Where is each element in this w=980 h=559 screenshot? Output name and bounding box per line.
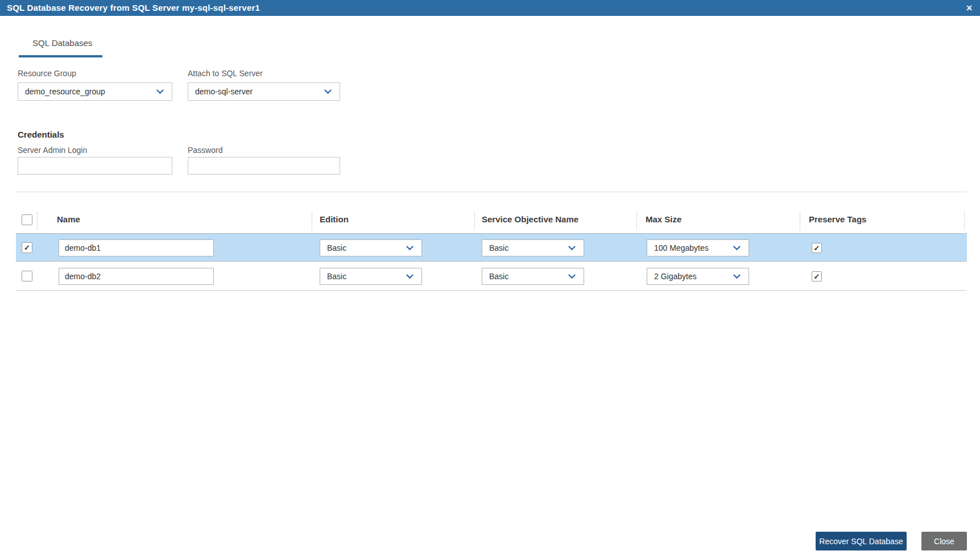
dialog-title: SQL Database Recovery from SQL Server my…: [7, 0, 260, 16]
column-header-name: Name: [57, 214, 80, 224]
column-header-service-objective: Service Objective Name: [482, 214, 578, 224]
preserve-tags-checkbox[interactable]: ✓: [812, 271, 822, 281]
max-size-value: 2 Gigabytes: [647, 272, 734, 281]
column-header-max-size: Max Size: [646, 214, 681, 224]
chevron-down-icon: [406, 243, 413, 250]
column-separator: [800, 212, 800, 230]
edition-select[interactable]: Basic: [320, 239, 422, 256]
password-input[interactable]: [188, 157, 340, 175]
service-objective-value: Basic: [482, 272, 569, 281]
check-icon: ✓: [812, 272, 821, 281]
chevron-down-icon: [733, 271, 741, 279]
dialog-titlebar: SQL Database Recovery from SQL Server my…: [0, 0, 980, 16]
close-icon[interactable]: ✕: [966, 0, 973, 16]
attach-server-select[interactable]: demo-sql-server: [188, 82, 340, 101]
chevron-down-icon: [733, 243, 741, 250]
attach-server-label: Attach to SQL Server: [188, 69, 263, 78]
check-icon: ✓: [812, 243, 821, 253]
server-admin-login-input[interactable]: [18, 157, 172, 175]
resource-group-value: demo_resource_group: [18, 87, 158, 96]
credentials-heading: Credentials: [18, 130, 64, 139]
recover-sql-database-button[interactable]: Recover SQL Database: [816, 532, 907, 550]
max-size-select[interactable]: 100 Megabytes: [647, 239, 749, 256]
column-header-preserve-tags: Preserve Tags: [809, 214, 866, 224]
tab-sql-databases[interactable]: SQL Databases: [32, 38, 92, 48]
max-size-value: 100 Megabytes: [647, 243, 734, 252]
resource-group-label: Resource Group: [18, 69, 76, 78]
service-objective-value: Basic: [482, 243, 569, 252]
chevron-down-icon: [324, 86, 332, 94]
chevron-down-icon: [568, 243, 576, 250]
active-tab-underline: [19, 55, 102, 57]
service-objective-select[interactable]: Basic: [482, 268, 584, 285]
attach-server-value: demo-sql-server: [188, 87, 325, 96]
resource-group-select[interactable]: demo_resource_group: [18, 82, 172, 101]
password-label: Password: [188, 146, 222, 155]
column-separator: [636, 212, 637, 230]
server-admin-login-label: Server Admin Login: [18, 146, 87, 155]
table-row[interactable]: ✓ Basic Basic 2 Gigabytes ✓: [16, 262, 967, 291]
column-separator: [37, 212, 38, 230]
close-button[interactable]: Close: [921, 532, 967, 550]
column-separator: [312, 212, 312, 230]
column-header-edition: Edition: [320, 214, 349, 224]
db-name-input[interactable]: [59, 239, 214, 256]
select-all-checkbox[interactable]: ✓: [22, 214, 32, 225]
row-select-checkbox[interactable]: ✓: [22, 271, 32, 281]
chevron-down-icon: [156, 86, 164, 94]
edition-value: Basic: [320, 272, 407, 281]
service-objective-select[interactable]: Basic: [482, 239, 584, 256]
column-separator: [474, 212, 475, 230]
table-row[interactable]: ✓ Basic Basic 100 Megabytes ✓: [16, 233, 967, 262]
row-select-checkbox[interactable]: ✓: [22, 242, 32, 253]
chevron-down-icon: [406, 271, 413, 279]
chevron-down-icon: [568, 271, 576, 279]
db-name-input[interactable]: [59, 268, 214, 285]
preserve-tags-checkbox[interactable]: ✓: [812, 243, 822, 253]
edition-value: Basic: [320, 243, 407, 252]
edition-select[interactable]: Basic: [320, 268, 422, 285]
column-separator: [964, 212, 965, 230]
section-divider: [16, 192, 967, 192]
check-icon: ✓: [22, 243, 32, 252]
max-size-select[interactable]: 2 Gigabytes: [647, 268, 749, 285]
